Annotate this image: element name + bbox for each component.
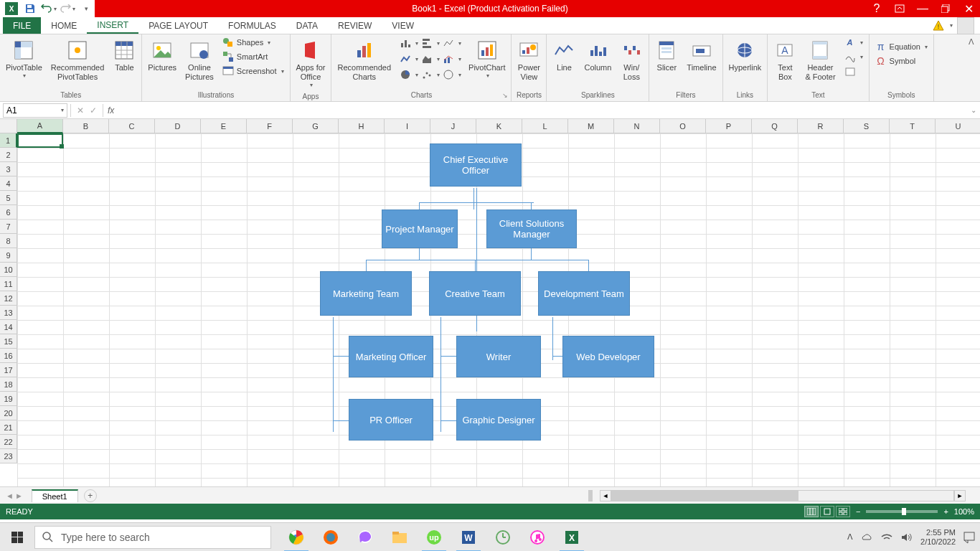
org-node-marketing-team[interactable]: Marketing Team — [320, 271, 412, 316]
column-header[interactable]: D — [155, 119, 201, 133]
column-header[interactable]: I — [385, 119, 430, 133]
row-header[interactable]: 16 — [0, 349, 17, 363]
header-footer-button[interactable]: Header & Footer — [804, 36, 837, 85]
redo-icon[interactable]: ▾ — [59, 1, 76, 17]
line-chart-icon[interactable]: ▾ — [398, 52, 418, 66]
column-header[interactable]: U — [936, 119, 980, 133]
pictures-button[interactable]: Pictures — [146, 36, 178, 75]
column-header[interactable]: Q — [752, 119, 798, 133]
taskbar-explorer-icon[interactable] — [383, 523, 416, 552]
help-icon[interactable]: ? — [868, 2, 885, 15]
row-header[interactable]: 4 — [0, 176, 17, 191]
taskbar-excel-icon[interactable]: X — [555, 523, 588, 552]
row-header[interactable]: 3 — [0, 162, 17, 176]
undo-icon[interactable]: ▾ — [40, 1, 57, 17]
org-node-web-developer[interactable]: Web Developer — [562, 336, 654, 377]
shapes-button[interactable]: Shapes▾ — [221, 36, 286, 49]
column-chart-icon[interactable]: ▾ — [398, 36, 418, 50]
org-node-pr-officer[interactable]: PR Officer — [349, 399, 433, 441]
taskbar-chrome-icon[interactable] — [280, 523, 313, 552]
row-header[interactable]: 15 — [0, 334, 17, 349]
hscroll-thumb[interactable] — [612, 491, 798, 501]
normal-view-icon[interactable] — [804, 506, 819, 517]
tray-wifi-icon[interactable] — [880, 532, 893, 542]
warning-dropdown-icon[interactable]: ▾ — [950, 22, 953, 29]
expand-formula-bar-icon[interactable]: ⌄ — [967, 106, 980, 114]
close-icon[interactable]: ✕ — [960, 2, 977, 16]
page-break-view-icon[interactable] — [836, 506, 850, 517]
row-header[interactable]: 5 — [0, 191, 17, 205]
column-header[interactable]: E — [201, 119, 247, 133]
row-header[interactable]: 10 — [0, 263, 17, 277]
column-header[interactable]: B — [63, 119, 109, 133]
combo-chart-icon[interactable]: ▾ — [441, 52, 461, 66]
tab-file[interactable]: FILE — [3, 17, 41, 34]
slicer-button[interactable]: Slicer — [654, 36, 679, 75]
smartart-button[interactable]: SmartArt — [221, 50, 286, 63]
name-box[interactable]: A1▾ — [3, 103, 67, 118]
zoom-in-button[interactable]: + — [943, 507, 948, 516]
tray-volume-icon[interactable] — [900, 532, 913, 542]
new-sheet-button[interactable]: + — [84, 489, 97, 502]
tab-page-layout[interactable]: PAGE LAYOUT — [138, 17, 218, 34]
sparkline-winloss-button[interactable]: Win/ Loss — [618, 36, 644, 85]
signature-line-icon[interactable]: ▾ — [843, 50, 864, 63]
taskbar-messenger-icon[interactable] — [349, 523, 382, 552]
taskbar-search[interactable]: Type here to search — [34, 526, 271, 549]
formula-input[interactable] — [118, 103, 967, 118]
collapse-ribbon-icon[interactable]: ᐱ — [969, 34, 980, 101]
column-header[interactable]: T — [890, 119, 936, 133]
row-header[interactable]: 12 — [0, 291, 17, 306]
tab-home[interactable]: HOME — [41, 17, 87, 34]
row-header[interactable]: 7 — [0, 220, 17, 234]
org-node-creative-team[interactable]: Creative Team — [429, 271, 521, 316]
select-all-button[interactable] — [0, 119, 17, 133]
recommended-pivot-button[interactable]: Recommended PivotTables — [50, 36, 106, 85]
area-chart-icon[interactable]: ▾ — [420, 52, 440, 66]
pivot-table-button[interactable]: PivotTable▾ — [4, 36, 44, 82]
tray-onedrive-icon[interactable] — [860, 532, 873, 542]
zoom-slider[interactable] — [866, 510, 938, 513]
scatter-chart-icon[interactable]: ▾ — [420, 67, 440, 82]
pivot-chart-button[interactable]: PivotChart▾ — [467, 36, 507, 82]
sheet-tab-sheet1[interactable]: Sheet1 — [32, 489, 78, 502]
tab-data[interactable]: DATA — [286, 17, 328, 34]
hscroll-track[interactable] — [611, 490, 954, 501]
row-header[interactable]: 11 — [0, 277, 17, 291]
symbol-button[interactable]: ΩSymbol — [874, 55, 929, 67]
org-node-ceo[interactable]: Chief Executive Officer — [430, 143, 522, 187]
taskbar-firefox-icon[interactable] — [314, 523, 347, 552]
row-header[interactable]: 2 — [0, 148, 17, 162]
org-node-development-team[interactable]: Development Team — [538, 271, 630, 316]
stock-chart-icon[interactable]: ▾ — [441, 36, 461, 50]
row-header[interactable]: 8 — [0, 234, 17, 248]
page-layout-view-icon[interactable] — [820, 506, 834, 517]
row-header[interactable]: 1 — [0, 133, 17, 148]
timeline-button[interactable]: Timeline — [685, 36, 717, 75]
tray-notifications-icon[interactable] — [963, 531, 976, 544]
pie-chart-icon[interactable]: ▾ — [398, 67, 418, 82]
start-button[interactable] — [0, 523, 34, 552]
column-header[interactable]: A — [17, 119, 63, 133]
zoom-level[interactable]: 100% — [954, 507, 974, 516]
org-node-marketing-officer[interactable]: Marketing Officer — [349, 336, 433, 377]
equation-button[interactable]: πEquation▾ — [874, 40, 929, 53]
tab-formulas[interactable]: FORMULAS — [218, 17, 286, 34]
charts-dialog-launcher[interactable]: ↘ — [501, 91, 509, 100]
column-header[interactable]: M — [568, 119, 614, 133]
minimize-icon[interactable]: — — [914, 2, 931, 15]
tab-view[interactable]: VIEW — [382, 17, 424, 34]
sparkline-column-button[interactable]: Column — [583, 36, 613, 75]
taskbar-itunes-icon[interactable] — [521, 523, 554, 552]
tray-clock[interactable]: 2:55 PM2/10/2022 — [920, 528, 956, 547]
row-header[interactable]: 18 — [0, 377, 17, 392]
row-header[interactable]: 21 — [0, 420, 17, 435]
warning-icon[interactable]: ! — [933, 20, 944, 32]
row-header[interactable]: 17 — [0, 363, 17, 377]
column-header[interactable]: H — [339, 119, 385, 133]
tab-split-handle[interactable] — [588, 490, 593, 501]
hyperlink-button[interactable]: Hyperlink — [727, 36, 763, 75]
text-box-button[interactable]: AText Box — [772, 36, 798, 85]
tab-scroll-right-icon[interactable]: ► — [15, 491, 23, 500]
tab-insert[interactable]: INSERT — [87, 17, 138, 34]
